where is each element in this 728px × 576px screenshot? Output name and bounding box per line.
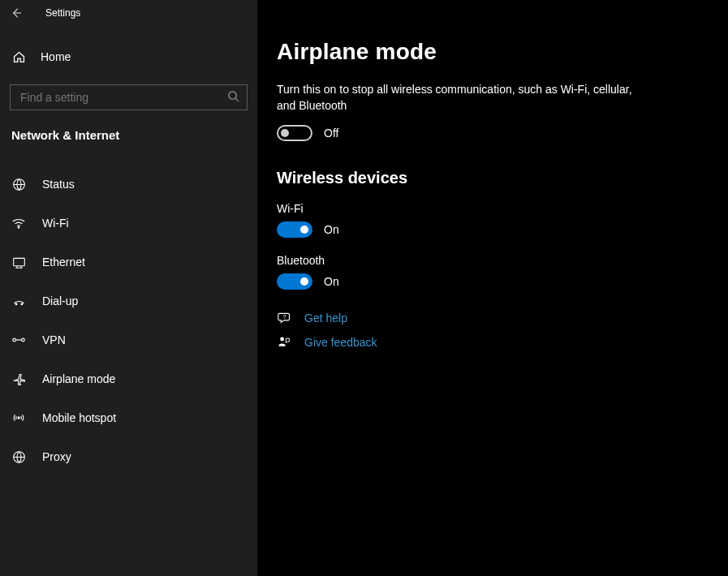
sidebar-nav-list: Status Wi-Fi Ethernet	[0, 165, 257, 476]
svg-point-7	[13, 338, 16, 342]
sidebar-home[interactable]: Home	[0, 41, 257, 73]
bluetooth-toggle[interactable]	[277, 273, 312, 290]
sidebar-item-vpn[interactable]: VPN	[0, 320, 257, 359]
wifi-label: Wi-Fi	[277, 202, 704, 215]
give-feedback-link[interactable]: Give feedback	[304, 336, 377, 349]
help-icon: ?	[277, 311, 291, 325]
search-icon	[227, 90, 239, 102]
arrow-left-icon	[11, 7, 22, 19]
ethernet-icon	[11, 256, 26, 269]
proxy-icon	[11, 450, 26, 464]
sidebar-item-label: Status	[42, 178, 75, 191]
wifi-toggle-row: On	[277, 221, 704, 238]
svg-point-12	[280, 337, 284, 342]
sidebar-item-label: Proxy	[42, 450, 71, 463]
get-help-link[interactable]: Get help	[304, 312, 347, 325]
main-content: Airplane mode Turn this on to stop all w…	[257, 0, 728, 576]
home-icon	[11, 50, 26, 64]
window-title: Settings	[45, 7, 80, 19]
sidebar-item-status[interactable]: Status	[0, 165, 257, 204]
bluetooth-label: Bluetooth	[277, 254, 704, 267]
dialup-icon	[11, 294, 26, 308]
svg-rect-4	[13, 258, 24, 265]
sidebar-item-dialup[interactable]: Dial-up	[0, 282, 257, 320]
globe-icon	[11, 178, 26, 191]
sidebar-item-label: Mobile hotspot	[42, 411, 116, 424]
sidebar-item-airplane[interactable]: Airplane mode	[0, 359, 257, 398]
svg-point-6	[21, 303, 23, 305]
sidebar-item-hotspot[interactable]: Mobile hotspot	[0, 398, 257, 437]
sidebar-item-wifi[interactable]: Wi-Fi	[0, 204, 257, 243]
svg-point-9	[18, 417, 19, 419]
sidebar: Home Network & Internet Status	[0, 0, 257, 576]
svg-text:?: ?	[282, 314, 286, 320]
back-button[interactable]	[0, 0, 32, 26]
wifi-toggle-state: On	[324, 223, 339, 236]
sidebar-section-label: Network & Internet	[0, 115, 257, 150]
svg-point-5	[15, 303, 17, 305]
svg-point-3	[18, 227, 19, 228]
bluetooth-device-block: Bluetooth On	[277, 254, 704, 290]
airplane-mode-toggle[interactable]	[277, 125, 312, 141]
page-title: Airplane mode	[277, 39, 704, 65]
give-feedback-row: Give feedback	[277, 336, 704, 349]
wifi-icon	[11, 216, 26, 230]
get-help-row: ? Get help	[277, 311, 704, 325]
svg-point-1	[229, 92, 236, 99]
airplane-toggle-state: Off	[324, 127, 338, 140]
page-description: Turn this on to stop all wireless commun…	[277, 81, 634, 114]
wireless-devices-heading: Wireless devices	[277, 169, 704, 187]
wifi-device-block: Wi-Fi On	[277, 202, 704, 238]
svg-point-8	[22, 338, 25, 342]
sidebar-item-label: Dial-up	[42, 294, 78, 307]
sidebar-item-proxy[interactable]: Proxy	[0, 437, 257, 476]
hotspot-icon	[11, 411, 26, 425]
bluetooth-toggle-state: On	[324, 275, 339, 288]
help-links: ? Get help Give feedback	[277, 311, 704, 349]
sidebar-item-label: Airplane mode	[42, 372, 115, 385]
sidebar-item-label: VPN	[42, 333, 66, 346]
sidebar-home-label: Home	[41, 50, 71, 63]
bluetooth-toggle-row: On	[277, 273, 704, 290]
wifi-toggle[interactable]	[277, 221, 312, 238]
sidebar-item-ethernet[interactable]: Ethernet	[0, 243, 257, 282]
sidebar-search-wrap	[10, 84, 248, 110]
sidebar-item-label: Wi-Fi	[42, 217, 69, 230]
feedback-icon	[277, 336, 291, 349]
vpn-icon	[11, 333, 26, 347]
airplane-toggle-row: Off	[277, 125, 704, 141]
search-input[interactable]	[10, 84, 248, 110]
sidebar-item-label: Ethernet	[42, 256, 85, 269]
airplane-icon	[11, 372, 26, 386]
